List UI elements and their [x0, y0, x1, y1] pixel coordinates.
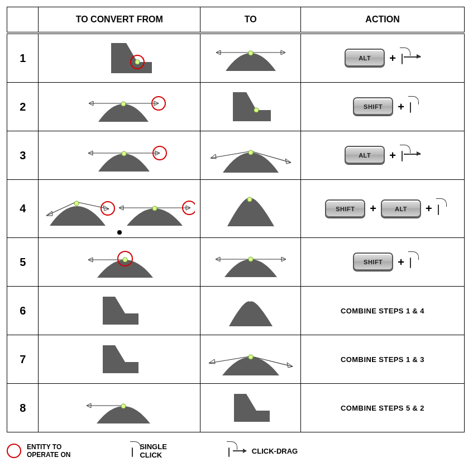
drag-arrow-icon — [404, 56, 421, 57]
svg-point-1 — [135, 60, 140, 64]
svg-point-34 — [247, 197, 252, 202]
to-cell — [200, 238, 301, 287]
conversion-table: TO CONVERT FROM TO ACTION 1 — [7, 7, 465, 432]
svg-point-9 — [121, 102, 126, 106]
from-cell — [39, 335, 200, 384]
svg-point-33 — [117, 230, 122, 235]
svg-marker-18 — [211, 154, 216, 159]
peak-shape-icon — [220, 292, 281, 330]
table-row: 3 — [7, 131, 465, 180]
svg-point-5 — [249, 51, 253, 55]
mouse-icon — [227, 445, 231, 458]
row-number: 1 — [7, 33, 39, 83]
svg-point-11 — [254, 108, 259, 112]
corner-shape-icon — [92, 292, 147, 329]
dome-handle-icon — [69, 87, 170, 126]
row-number: 6 — [7, 287, 39, 335]
plus-icon: + — [398, 256, 404, 269]
plus-icon: + — [389, 149, 396, 162]
row-number: 3 — [7, 131, 39, 180]
corner-shape-icon — [92, 341, 147, 378]
dome-onehandle-icon — [78, 389, 161, 427]
mouse-icon — [437, 202, 440, 216]
mouse-icon — [409, 99, 412, 114]
action-text: COMBINE STEPS 1 & 3 — [341, 355, 424, 364]
legend-entity-label: ENTITY TO OPERATE ON — [27, 443, 70, 459]
plus-icon: + — [398, 101, 404, 113]
header-to: TO — [200, 7, 301, 34]
svg-marker-46 — [287, 363, 293, 368]
action-text: COMBINE STEPS 1 & 4 — [341, 307, 424, 315]
to-cell — [200, 33, 301, 83]
action-cell: COMBINE STEPS 1 & 3 — [301, 335, 465, 384]
entity-circle-icon — [7, 444, 21, 458]
to-cell — [200, 83, 301, 131]
row-number: 8 — [7, 384, 39, 432]
from-cell — [39, 180, 200, 238]
mouse-icon — [131, 445, 134, 458]
mouse-icon — [400, 148, 404, 163]
to-cell — [200, 335, 301, 384]
table-row: 4 — [7, 180, 465, 238]
mouse-icon — [409, 255, 412, 269]
to-cell — [200, 131, 301, 180]
corner-shape-icon — [223, 389, 279, 426]
from-cell — [39, 33, 200, 83]
table-row: 1 — [7, 33, 465, 83]
cusp-pair-icon — [44, 183, 195, 235]
to-cell — [200, 384, 301, 432]
row-number: 2 — [7, 83, 39, 131]
plus-icon: + — [426, 202, 432, 215]
svg-point-21 — [249, 150, 253, 155]
drag-arrow-icon — [233, 450, 246, 451]
action-text: COMBINE STEPS 5 & 2 — [341, 404, 424, 412]
key-shift: SHIFT — [353, 253, 393, 272]
svg-point-42 — [249, 257, 253, 261]
key-shift: SHIFT — [325, 199, 365, 218]
to-cell — [200, 180, 301, 238]
mouse-icon — [400, 51, 404, 65]
legend-singleclick-label: SINGLE CLICK — [140, 442, 166, 459]
drag-arrow-icon — [404, 154, 421, 154]
svg-point-50 — [121, 404, 126, 408]
from-cell — [39, 384, 200, 432]
from-cell — [39, 238, 200, 287]
dome-smooth-icon — [209, 242, 293, 282]
table-row: 8 — [7, 384, 465, 432]
row-number: 7 — [7, 335, 39, 384]
action-cell: SHIFT + — [301, 83, 465, 131]
dome-broken-icon — [206, 135, 295, 176]
svg-point-37 — [123, 258, 127, 262]
svg-point-31 — [152, 206, 157, 211]
table-row: 6 COMBINE STEPS 1 & 4 — [7, 287, 465, 335]
dome-handle-icon — [69, 135, 170, 176]
plus-icon: + — [389, 52, 396, 65]
header-from: TO CONVERT FROM — [39, 7, 200, 34]
svg-marker-44 — [209, 359, 215, 364]
corner-shape-icon — [86, 39, 153, 78]
action-cell: SHIFT + ALT + — [301, 180, 465, 238]
dome-smooth-icon — [212, 39, 290, 78]
corner-shape-icon — [223, 88, 279, 126]
dome-broken-icon — [203, 339, 298, 380]
action-cell: ALT + — [301, 131, 465, 180]
header-blank — [7, 7, 39, 34]
svg-point-47 — [249, 355, 253, 359]
svg-point-26 — [74, 201, 79, 206]
from-cell — [39, 131, 200, 180]
svg-marker-20 — [285, 159, 291, 164]
legend: ENTITY TO OPERATE ON SINGLE CLICK CLICK-… — [7, 442, 466, 459]
action-cell: COMBINE STEPS 1 & 4 — [301, 287, 465, 335]
key-shift: SHIFT — [353, 97, 393, 116]
plus-icon: + — [370, 202, 376, 215]
dome-anchor-icon — [75, 242, 164, 282]
legend-clickdrag-label: CLICK-DRAG — [252, 447, 298, 455]
action-cell: COMBINE STEPS 5 & 2 — [301, 384, 465, 432]
table-row: 5 — [7, 238, 465, 287]
action-cell: SHIFT + — [301, 238, 465, 287]
from-cell — [39, 287, 200, 335]
table-row: 2 — [7, 83, 465, 131]
header-action: ACTION — [301, 7, 465, 34]
key-alt: ALT — [345, 146, 385, 165]
action-cell: ALT + — [301, 33, 465, 83]
